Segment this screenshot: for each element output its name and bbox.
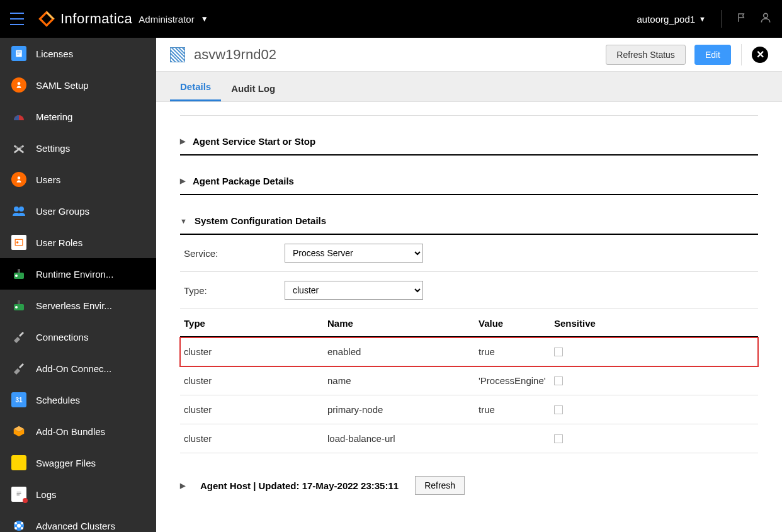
- table-row[interactable]: clusterload-balance-url: [180, 424, 758, 453]
- sidebar-item-serverless[interactable]: Serverless Envir...: [0, 290, 156, 321]
- cell-type: cluster: [184, 375, 327, 386]
- sidebar-item-clusters[interactable]: Advanced Clusters: [0, 510, 156, 532]
- triangle-right-icon: ▶: [180, 137, 185, 145]
- sidebar-item-licenses[interactable]: Licenses: [0, 38, 156, 69]
- header-name: Name: [327, 318, 479, 329]
- cell-name: load-balance-url: [327, 433, 479, 444]
- tab-audit-log[interactable]: Audit Log: [221, 76, 285, 101]
- edit-button[interactable]: Edit: [694, 45, 731, 65]
- sidebar-item-logs[interactable]: Logs: [0, 478, 156, 510]
- section-title: Agent Package Details: [193, 176, 294, 186]
- service-select[interactable]: Process Server: [285, 244, 423, 263]
- org-dropdown[interactable]: autoorg_pod1 ▼: [637, 14, 706, 25]
- type-select[interactable]: cluster: [285, 281, 423, 300]
- userroles-icon: [11, 235, 26, 250]
- sidebar-item-label: User Roles: [36, 237, 82, 248]
- table-row[interactable]: clusterenabledtrue: [180, 337, 758, 366]
- header-value: Value: [479, 318, 554, 329]
- sidebar-item-label: Runtime Environ...: [36, 269, 113, 280]
- sidebar-item-label: Add-On Connec...: [36, 363, 111, 374]
- cell-type: cluster: [184, 346, 327, 357]
- checkbox[interactable]: [554, 405, 563, 414]
- sidebar-item-label: Metering: [36, 111, 72, 122]
- svg-point-17: [15, 306, 18, 308]
- sidebar-item-runtime[interactable]: Runtime Environ...: [0, 258, 156, 290]
- close-icon[interactable]: ✕: [752, 47, 768, 63]
- svg-rect-16: [18, 300, 20, 304]
- settings-icon: [11, 140, 26, 156]
- triangle-down-icon: ▼: [180, 217, 187, 225]
- svg-point-23: [21, 527, 23, 529]
- sidebar-item-bundles[interactable]: Add-On Bundles: [0, 416, 156, 447]
- sidebar-item-label: Advanced Clusters: [36, 521, 115, 531]
- checkbox[interactable]: [554, 348, 563, 356]
- metering-icon: [11, 109, 26, 124]
- sidebar-item-saml[interactable]: SAML Setup: [0, 69, 156, 101]
- cell-sensitive: [554, 376, 604, 385]
- toolbar: asvw19rnd02 Refresh Status Edit ✕: [156, 38, 782, 72]
- sidebar-item-settings[interactable]: Settings: [0, 132, 156, 164]
- sidebar-item-swagger[interactable]: Swagger Files: [0, 447, 156, 478]
- section-agent-package[interactable]: ▶Agent Package Details: [180, 176, 758, 195]
- bundles-icon: [11, 424, 26, 439]
- brand-name: Informatica: [60, 11, 132, 27]
- main: asvw19rnd02 Refresh Status Edit ✕ Detail…: [156, 38, 782, 532]
- sidebar-item-addonconn[interactable]: Add-On Connec...: [0, 353, 156, 384]
- sidebar-item-userroles[interactable]: User Roles: [0, 227, 156, 258]
- refresh-button[interactable]: Refresh: [415, 476, 465, 495]
- sidebar-item-label: Swagger Files: [36, 458, 96, 468]
- triangle-right-icon: ▶: [180, 177, 185, 185]
- section-agent-host: ▶ Agent Host | Updated: 17-May-2022 23:3…: [180, 476, 758, 495]
- svg-point-14: [15, 274, 18, 277]
- svg-point-6: [20, 146, 23, 149]
- chevron-down-icon[interactable]: ▼: [201, 14, 208, 23]
- sidebar-item-schedules[interactable]: 31Schedules: [0, 384, 156, 416]
- svg-point-5: [16, 146, 18, 149]
- sidebar-item-metering[interactable]: Metering: [0, 101, 156, 132]
- flag-icon[interactable]: [737, 12, 748, 26]
- menu-icon[interactable]: [10, 13, 25, 25]
- config-row-type: Type: cluster: [180, 272, 758, 309]
- cell-sensitive: [554, 434, 604, 443]
- table-row[interactable]: clusterprimary-nodetrue: [180, 395, 758, 424]
- saml-icon: [11, 77, 26, 93]
- sidebar-item-users[interactable]: Users: [0, 164, 156, 195]
- serverless-icon: [11, 298, 26, 313]
- refresh-status-button[interactable]: Refresh Status: [606, 45, 686, 65]
- divider: [180, 108, 758, 116]
- svg-point-22: [14, 527, 17, 529]
- checkbox[interactable]: [554, 376, 563, 385]
- triangle-right-icon[interactable]: ▶: [180, 482, 185, 490]
- sidebar-item-connections[interactable]: Connections: [0, 321, 156, 353]
- svg-rect-13: [18, 269, 20, 273]
- user-icon[interactable]: [759, 11, 772, 26]
- divider: [741, 44, 742, 65]
- section-system-config[interactable]: ▼System Configuration Details: [180, 215, 758, 235]
- page-title: asvw19rnd02: [194, 47, 276, 63]
- logo: Informatica: [38, 10, 132, 28]
- svg-point-20: [14, 522, 17, 524]
- content: ▶Agent Service Start or Stop ▶Agent Pack…: [156, 102, 782, 532]
- sidebar-item-label: Logs: [36, 489, 57, 500]
- header-sensitive: Sensitive: [554, 318, 604, 329]
- clusters-icon: [11, 518, 26, 532]
- svg-point-9: [19, 207, 24, 212]
- svg-point-4: [18, 82, 21, 85]
- svg-point-11: [16, 241, 19, 244]
- checkbox[interactable]: [554, 434, 563, 443]
- table-row[interactable]: clustername'ProcessEngine': [180, 366, 758, 395]
- logs-icon: [11, 487, 26, 502]
- config-row-service: Service: Process Server: [180, 235, 758, 272]
- service-label: Service:: [184, 248, 285, 259]
- section-agent-service[interactable]: ▶Agent Service Start or Stop: [180, 136, 758, 156]
- schedules-icon: 31: [11, 392, 26, 407]
- informatica-logo-icon: [38, 10, 55, 28]
- swagger-icon: [11, 455, 26, 470]
- cell-name: name: [327, 375, 479, 386]
- tabbar: Details Audit Log: [156, 72, 782, 102]
- role-label[interactable]: Administrator: [139, 14, 194, 25]
- tab-details[interactable]: Details: [170, 74, 221, 101]
- sidebar-item-usergroups[interactable]: User Groups: [0, 195, 156, 227]
- svg-point-19: [17, 524, 21, 528]
- sidebar: Licenses SAML Setup Metering Settings Us…: [0, 38, 156, 532]
